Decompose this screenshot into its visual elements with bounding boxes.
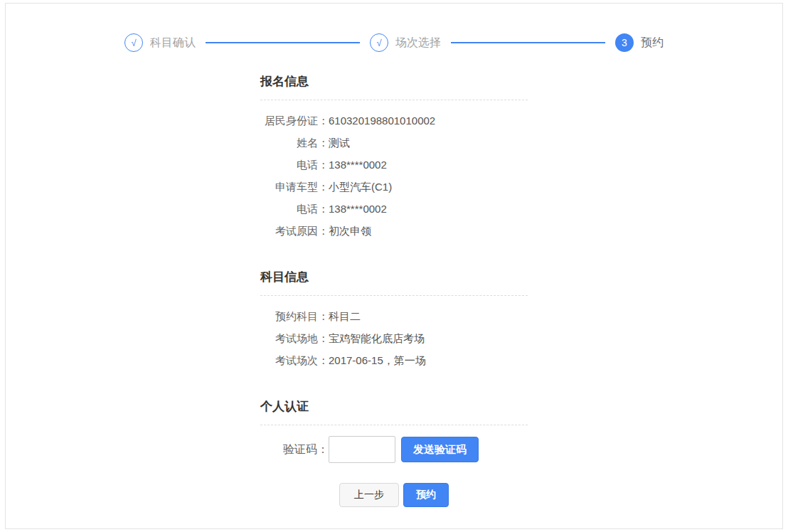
row-label: 电话： <box>260 154 329 176</box>
info-row-name: 姓名： 测试 <box>260 132 528 154</box>
verification-code-input[interactable] <box>329 436 395 463</box>
step-booking: 3 预约 <box>615 33 664 52</box>
section-title: 个人认证 <box>260 398 528 425</box>
row-value: 610320198801010002 <box>329 110 528 132</box>
info-row-vehicle-type: 申请车型： 小型汽车(C1) <box>260 176 528 198</box>
stepper-connector <box>206 42 360 43</box>
verification-code-label: 验证码： <box>260 436 329 463</box>
info-row-exam-reason: 考试原因： 初次申领 <box>260 220 528 242</box>
row-value: 138****0002 <box>329 198 528 220</box>
row-label: 考试场次： <box>260 349 329 371</box>
row-label: 预约科目： <box>260 305 329 327</box>
info-row-booked-subject: 预约科目： 科目二 <box>260 305 528 327</box>
previous-step-button[interactable]: 上一步 <box>339 483 399 507</box>
row-label: 电话： <box>260 198 329 220</box>
section-registration-info: 报名信息 居民身份证： 610320198801010002 姓名： 测试 电话… <box>260 73 528 242</box>
row-value: 2017-06-15，第一场 <box>329 349 528 371</box>
info-row-phone-2: 电话： 138****0002 <box>260 198 528 220</box>
check-circle-icon: √ <box>370 33 388 52</box>
row-label: 申请车型： <box>260 176 329 198</box>
footer-actions: 上一步 预约 <box>260 483 528 507</box>
stepper-connector <box>451 42 605 43</box>
row-value: 宝鸡智能化底店考场 <box>329 327 528 349</box>
step-number-badge: 3 <box>615 33 634 52</box>
info-row-phone: 电话： 138****0002 <box>260 154 528 176</box>
check-circle-icon: √ <box>124 33 143 52</box>
content-column: 报名信息 居民身份证： 610320198801010002 姓名： 测试 电话… <box>260 73 528 507</box>
page-card: √ 科目确认 √ 场次选择 3 预约 报名信息 居民身份证： 610320198… <box>5 3 783 529</box>
step-label: 科目确认 <box>150 36 196 50</box>
stepper: √ 科目确认 √ 场次选择 3 预约 <box>124 33 664 52</box>
info-row-exam-session: 考试场次： 2017-06-15，第一场 <box>260 349 528 371</box>
verification-code-row: 验证码： 发送验证码 <box>260 436 528 463</box>
send-verification-code-button[interactable]: 发送验证码 <box>401 437 479 462</box>
step-session-select: √ 场次选择 <box>370 33 441 52</box>
info-row-id-card: 居民身份证： 610320198801010002 <box>260 110 528 132</box>
row-label: 考试场地： <box>260 327 329 349</box>
info-row-exam-site: 考试场地： 宝鸡智能化底店考场 <box>260 327 528 349</box>
step-label: 预约 <box>641 36 664 50</box>
step-label: 场次选择 <box>395 36 441 50</box>
row-value: 小型汽车(C1) <box>329 176 528 198</box>
row-value: 138****0002 <box>329 154 528 176</box>
section-title: 报名信息 <box>260 73 528 100</box>
row-label: 居民身份证： <box>260 110 329 132</box>
section-divider <box>260 425 528 425</box>
row-value: 测试 <box>329 132 528 154</box>
row-value: 科目二 <box>329 305 528 327</box>
section-personal-verification: 个人认证 验证码： 发送验证码 <box>260 398 528 463</box>
row-label: 考试原因： <box>260 220 329 242</box>
section-title: 科目信息 <box>260 269 528 295</box>
submit-booking-button[interactable]: 预约 <box>403 483 449 507</box>
step-subject-confirm: √ 科目确认 <box>124 33 196 52</box>
row-label: 姓名： <box>260 132 329 154</box>
section-subject-info: 科目信息 预约科目： 科目二 考试场地： 宝鸡智能化底店考场 考试场次： 201… <box>260 269 528 371</box>
row-value: 初次申领 <box>329 220 528 242</box>
